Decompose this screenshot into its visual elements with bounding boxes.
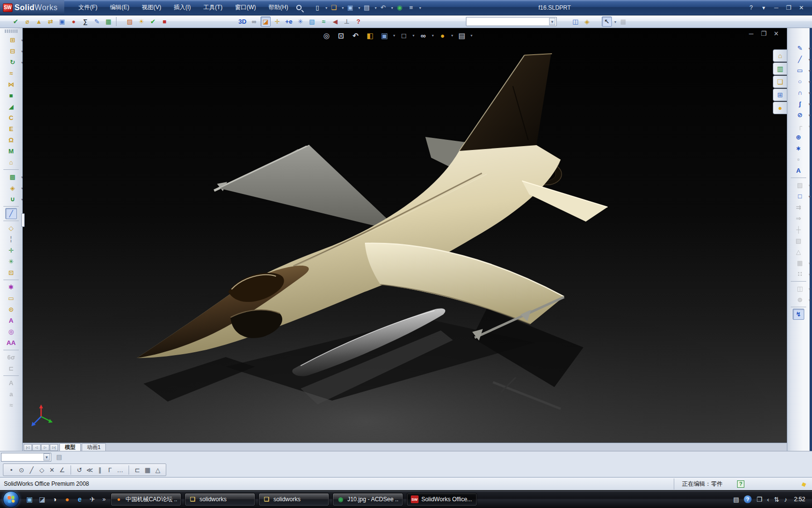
design-table-icon[interactable]: ▦ bbox=[103, 16, 114, 27]
menu-file[interactable]: 文件(F) bbox=[72, 2, 103, 13]
prev-tab-button[interactable]: ◁ bbox=[32, 444, 41, 451]
compress-icon[interactable]: ≈ bbox=[5, 400, 17, 411]
3d-sketch-icon[interactable]: 3D bbox=[237, 16, 247, 27]
line-snap-icon[interactable]: ╱ bbox=[27, 465, 37, 475]
note-icon[interactable]: ▭ bbox=[5, 293, 17, 304]
close-button[interactable]: ✕ bbox=[797, 4, 806, 11]
sketch-point-icon[interactable]: ∗ bbox=[793, 143, 804, 154]
tab-model[interactable]: 模型 bbox=[59, 443, 81, 451]
first-tab-button[interactable]: |◁ bbox=[24, 444, 32, 451]
centerline-icon[interactable]: ┼ bbox=[793, 224, 804, 235]
ie-quick-icon[interactable]: e bbox=[74, 494, 85, 505]
fastener-icon[interactable]: ⊥ bbox=[342, 16, 352, 27]
combobox-arrow-icon[interactable]: ▾ bbox=[549, 18, 555, 25]
panel-splitter-handle[interactable] bbox=[21, 213, 25, 227]
angle-grid-icon[interactable]: △ bbox=[153, 465, 163, 475]
datum-target-icon[interactable]: ◎ bbox=[5, 326, 17, 337]
smart-dimension-icon[interactable]: ✱ bbox=[5, 282, 17, 293]
circular-sketch-pattern-icon[interactable]: ∷ bbox=[794, 269, 806, 280]
menu-window[interactable]: 窗口(W) bbox=[229, 2, 262, 13]
lights-icon[interactable]: ☀ bbox=[136, 16, 146, 27]
taskbar-button-solidworks-office[interactable]: SW SolidWorks Office... bbox=[406, 493, 477, 506]
view-palette-icon[interactable]: ⊞ bbox=[773, 89, 787, 101]
start-button[interactable] bbox=[3, 491, 19, 508]
last-tab-button[interactable]: ▷| bbox=[50, 444, 58, 451]
bottom-combobox-arrow-icon[interactable]: ▾ bbox=[44, 453, 50, 461]
mate-reference-icon[interactable]: ⊡ bbox=[5, 267, 17, 278]
help-tray-icon[interactable]: ? bbox=[744, 495, 752, 503]
balloon-icon[interactable]: ⊙ bbox=[5, 304, 17, 315]
shell-icon[interactable]: C bbox=[5, 112, 17, 123]
hide-show-items-icon[interactable]: ∞ bbox=[418, 30, 429, 41]
coordinate-system-icon[interactable]: ✛ bbox=[5, 245, 17, 256]
status-tag-icon[interactable]: ◆ bbox=[800, 479, 808, 488]
material-icon[interactable]: ■ bbox=[160, 16, 170, 27]
new-icon[interactable]: ▯ bbox=[312, 2, 322, 13]
polygon-icon[interactable]: ⊕ bbox=[793, 132, 804, 143]
taskbar-button-solidworks-folder-2[interactable]: ❏ solidworks bbox=[259, 493, 329, 506]
tile-windows-icon[interactable]: ◫ bbox=[570, 16, 580, 27]
format-painter-icon[interactable]: AA bbox=[5, 337, 17, 348]
sketch-image-icon[interactable]: ▧ bbox=[793, 235, 804, 246]
help-button[interactable]: ? bbox=[746, 4, 756, 11]
taskbar-button-cad-forum[interactable]: ● 中国机械CAD论坛 ... bbox=[111, 493, 181, 506]
menu-view[interactable]: 视图(V) bbox=[135, 2, 167, 13]
plane-icon[interactable]: ◇ bbox=[5, 223, 17, 234]
error-check-icon[interactable]: △ bbox=[793, 246, 804, 257]
spline-icon[interactable]: ʃ bbox=[794, 98, 806, 109]
points-snap-icon[interactable]: … bbox=[115, 465, 125, 475]
open-icon[interactable]: ❏ bbox=[329, 2, 339, 13]
intersection-snap-icon[interactable]: ✕ bbox=[47, 465, 57, 475]
layers-icon[interactable]: ▤ bbox=[54, 452, 64, 462]
line-icon[interactable]: ╱ bbox=[794, 54, 806, 65]
extruded-boss-icon[interactable]: ⊞ bbox=[7, 34, 18, 45]
curves-icon[interactable]: ∪ bbox=[7, 194, 18, 205]
surface-finish-icon[interactable]: 6σ bbox=[5, 352, 17, 363]
command-manager-icon[interactable]: ≡ bbox=[406, 2, 416, 13]
menu-help[interactable]: 帮助(H) bbox=[262, 2, 294, 13]
extruded-cut-icon[interactable]: ⊟ bbox=[7, 45, 18, 57]
sketch-fillet-icon[interactable]: ┌ bbox=[794, 120, 806, 132]
help-arrow-icon[interactable]: ▾ bbox=[759, 4, 768, 11]
toolbox-icon[interactable]: ✎ bbox=[92, 16, 102, 27]
arc-icon[interactable]: ∩ bbox=[794, 87, 806, 98]
volume-tray-icon[interactable]: ♪ bbox=[784, 496, 787, 503]
chamfer-icon[interactable]: ◢ bbox=[5, 101, 17, 112]
annotation-a-icon[interactable]: A bbox=[5, 377, 17, 388]
quadrant-snap-icon[interactable]: ◇ bbox=[37, 465, 47, 475]
grid-system-icon[interactable]: ▦ bbox=[618, 16, 628, 27]
measure-tool-icon[interactable]: ╱ bbox=[5, 208, 17, 219]
fillet-icon[interactable]: ■ bbox=[5, 90, 17, 101]
measure-icon[interactable]: ⌀ bbox=[22, 16, 32, 27]
weld-symbol-icon[interactable]: ⊏ bbox=[5, 363, 17, 374]
photoworks-icon[interactable]: ▨ bbox=[125, 16, 135, 27]
nearest-snap-icon[interactable]: ≪ bbox=[85, 465, 95, 475]
file-explorer-icon[interactable]: ❏ bbox=[773, 75, 787, 88]
zoom-area-icon[interactable]: ⊡ bbox=[335, 30, 347, 41]
lofted-boss-icon[interactable]: ⋈ bbox=[5, 79, 17, 90]
firefox-quick-icon[interactable]: ● bbox=[62, 494, 72, 505]
circle-icon[interactable]: ○ bbox=[794, 76, 806, 87]
restore-tray-icon[interactable]: ❐ bbox=[756, 496, 762, 503]
keyboard-tray-icon[interactable]: ▤ bbox=[733, 496, 739, 503]
menu-edit[interactable]: 编辑(E) bbox=[103, 2, 135, 13]
remote-desktop-icon[interactable]: ◪ bbox=[37, 494, 47, 505]
mass-properties-icon[interactable]: ▲ bbox=[34, 16, 44, 27]
chain-icon[interactable]: ∞ bbox=[249, 16, 259, 27]
media-player-icon[interactable]: ◑ bbox=[49, 494, 60, 505]
reference-point-icon[interactable]: ✳ bbox=[5, 256, 17, 267]
isometric-view-icon[interactable]: ◈ bbox=[582, 16, 592, 27]
traffic-light-icon[interactable]: ◉ bbox=[394, 2, 405, 13]
instant3d-icon[interactable]: ↯ bbox=[793, 309, 804, 320]
center-snap-icon[interactable]: ⊙ bbox=[16, 465, 27, 475]
restore-button[interactable]: ❐ bbox=[784, 4, 794, 11]
find-references-icon[interactable]: ? bbox=[353, 16, 363, 27]
view-orientation-icon[interactable]: ▣ bbox=[379, 30, 391, 41]
parallel-snap-icon[interactable]: ∥ bbox=[95, 465, 105, 475]
draft-icon[interactable]: Ω bbox=[5, 134, 17, 146]
point-snap-icon[interactable]: • bbox=[6, 465, 16, 475]
child-minimize-button[interactable]: ─ bbox=[747, 30, 755, 37]
taskbar-button-solidworks-folder-1[interactable]: ❏ solidworks bbox=[185, 493, 255, 506]
linear-sketch-pattern-icon[interactable]: ▦ bbox=[794, 257, 806, 269]
perpendicular-snap-icon[interactable]: Γ bbox=[105, 465, 115, 475]
